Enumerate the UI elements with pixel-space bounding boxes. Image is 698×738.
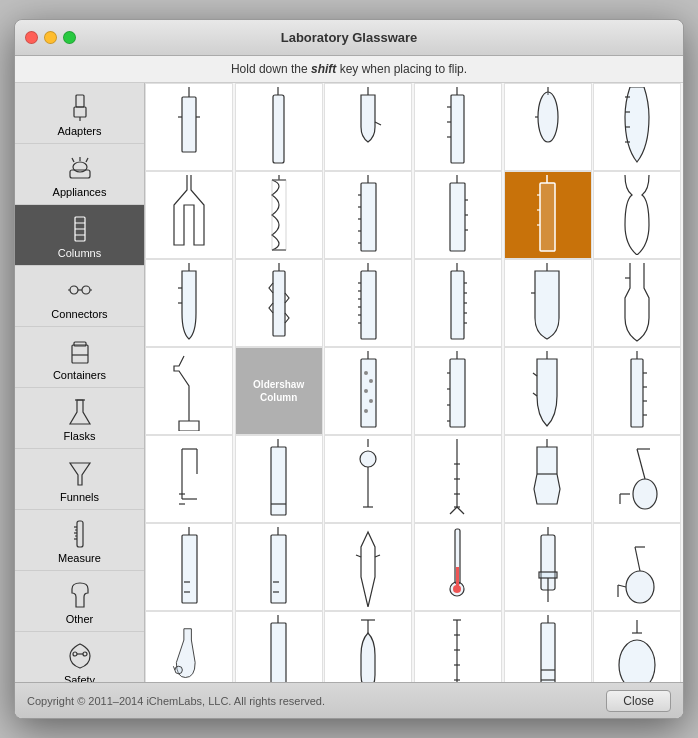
grid-cell-29[interactable] <box>504 435 592 523</box>
grid-cell-15[interactable] <box>324 259 412 347</box>
footer: Copyright © 2011–2014 iChemLabs, LLC. Al… <box>15 682 683 718</box>
sidebar-item-funnels[interactable]: Funnels <box>15 449 144 510</box>
grid-cell-8[interactable] <box>235 171 323 259</box>
sidebar-item-appliances[interactable]: Appliances <box>15 144 144 205</box>
sidebar-label-connectors: Connectors <box>51 308 107 320</box>
close-traffic-light[interactable] <box>25 31 38 44</box>
svg-rect-91 <box>451 271 464 339</box>
grid-cell-32[interactable] <box>235 523 323 611</box>
svg-line-43 <box>375 122 381 125</box>
grid-cell-1[interactable] <box>145 83 233 171</box>
sidebar-item-connectors[interactable]: Connectors <box>15 266 144 327</box>
svg-line-5 <box>72 158 74 162</box>
sidebar-item-flasks[interactable]: Flasks <box>15 388 144 449</box>
grid-cell-36[interactable] <box>593 523 681 611</box>
oldershaw-label: OldershawColumn <box>253 378 304 404</box>
grid-cell-25[interactable] <box>145 435 233 523</box>
measure-icon <box>64 518 96 550</box>
grid-cell-11-selected[interactable] <box>504 171 592 259</box>
svg-rect-108 <box>450 359 465 427</box>
grid-cell-2[interactable] <box>235 83 323 171</box>
funnels-icon <box>64 457 96 489</box>
grid-cell-28[interactable] <box>414 435 502 523</box>
sidebar-label-flasks: Flasks <box>64 430 96 442</box>
grid-cell-27[interactable] <box>324 435 412 523</box>
grid-cell-5[interactable] <box>504 83 592 171</box>
grid-cell-24[interactable] <box>593 347 681 435</box>
grid-cell-12[interactable] <box>593 171 681 259</box>
grid-cell-22[interactable] <box>414 347 502 435</box>
svg-rect-59 <box>272 180 286 250</box>
grid-cell-23[interactable] <box>504 347 592 435</box>
grid-cell-oldershaw[interactable]: OldershawColumn <box>235 347 323 435</box>
sidebar-label-safety: Safety <box>64 674 95 682</box>
grid-cell-10[interactable] <box>414 171 502 259</box>
svg-point-162 <box>453 585 461 593</box>
svg-rect-165 <box>539 572 557 578</box>
window-controls <box>25 31 76 44</box>
grid-cell-7[interactable] <box>145 171 233 259</box>
svg-point-106 <box>364 409 368 413</box>
grid-cell-19[interactable] <box>145 347 233 435</box>
grid-cell-17[interactable] <box>504 259 592 347</box>
grid-cell-26[interactable] <box>235 435 323 523</box>
svg-rect-83 <box>361 271 376 339</box>
minimize-traffic-light[interactable] <box>44 31 57 44</box>
close-button[interactable]: Close <box>606 690 671 712</box>
grid-cell-21[interactable] <box>324 347 412 435</box>
grid-cell-34[interactable] <box>414 523 502 611</box>
svg-line-137 <box>457 507 464 514</box>
sidebar-label-adapters: Adapters <box>57 125 101 137</box>
grid-cell-16[interactable] <box>414 259 502 347</box>
grid-cell-38[interactable] <box>235 611 323 682</box>
grid-cell-6[interactable] <box>593 83 681 171</box>
svg-rect-41 <box>273 95 284 163</box>
svg-line-157 <box>356 555 361 557</box>
main-window: Laboratory Glassware Hold down the shift… <box>14 19 684 719</box>
grid-cell-9[interactable] <box>324 171 412 259</box>
svg-rect-154 <box>271 535 286 603</box>
columns-icon <box>64 213 96 245</box>
svg-line-158 <box>375 555 380 557</box>
svg-line-173 <box>173 666 175 670</box>
svg-rect-17 <box>72 345 88 363</box>
grid-cell-42[interactable] <box>593 611 681 682</box>
sidebar-item-columns[interactable]: Columns <box>15 205 144 266</box>
sidebar-item-safety[interactable]: Safety <box>15 632 144 682</box>
grid-cell-33[interactable] <box>324 523 412 611</box>
svg-point-191 <box>619 640 655 682</box>
grid-cell-31[interactable] <box>145 523 233 611</box>
grid-cell-13[interactable] <box>145 259 233 347</box>
connectors-icon <box>64 274 96 306</box>
grid-cell-40[interactable] <box>414 611 502 682</box>
svg-point-132 <box>360 451 376 467</box>
svg-rect-73 <box>540 183 555 251</box>
sidebar-item-other[interactable]: Other <box>15 571 144 632</box>
grid-cell-3[interactable] <box>324 83 412 171</box>
containers-icon <box>64 335 96 367</box>
svg-rect-3 <box>70 170 90 178</box>
grid-cell-35[interactable] <box>504 523 592 611</box>
grid-cell-14[interactable] <box>235 259 323 347</box>
svg-rect-1 <box>74 107 86 117</box>
svg-point-102 <box>364 371 368 375</box>
sidebar-item-measure[interactable]: Measure <box>15 510 144 571</box>
grid-cell-37[interactable] <box>145 611 233 682</box>
sidebar-item-adapters[interactable]: Adapters <box>15 83 144 144</box>
grid-cell-18[interactable] <box>593 259 681 347</box>
grid-cell-39[interactable] <box>324 611 412 682</box>
svg-rect-37 <box>182 97 196 152</box>
sidebar-item-containers[interactable]: Containers <box>15 327 144 388</box>
maximize-traffic-light[interactable] <box>63 31 76 44</box>
appliances-icon <box>64 152 96 184</box>
grid-cell-30[interactable] <box>593 435 681 523</box>
svg-point-167 <box>626 571 654 603</box>
sidebar-label-containers: Containers <box>53 369 106 381</box>
hint-bar: Hold down the shift key when placing to … <box>15 56 683 83</box>
grid-cell-4[interactable] <box>414 83 502 171</box>
window-title: Laboratory Glassware <box>281 30 418 45</box>
svg-rect-61 <box>361 183 376 251</box>
svg-rect-161 <box>456 567 459 587</box>
svg-rect-150 <box>182 535 197 603</box>
grid-cell-41[interactable] <box>504 611 592 682</box>
